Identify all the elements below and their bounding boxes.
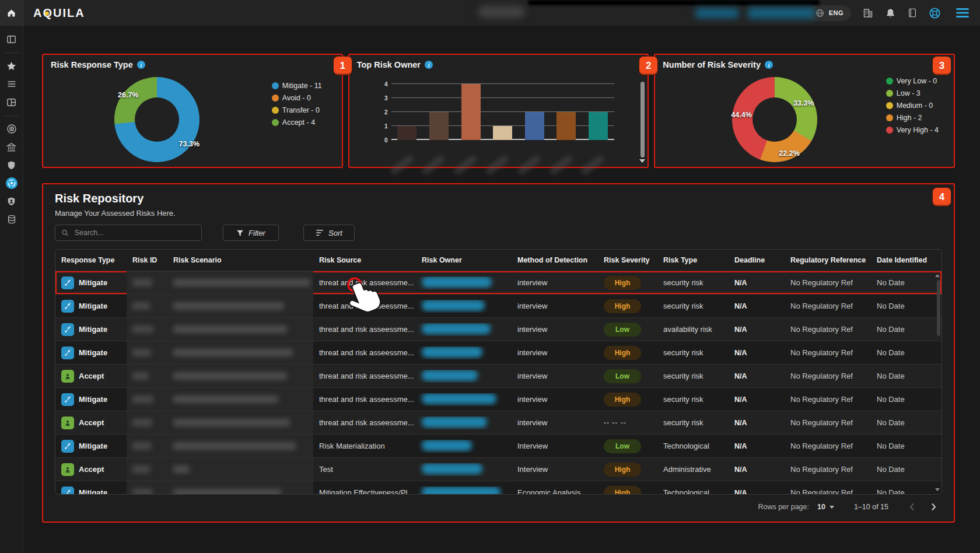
bar — [397, 126, 416, 140]
table-row[interactable]: Mitigatethreat and risk asseessme...inte… — [55, 388, 942, 411]
slice-label: 26.7% — [118, 91, 138, 99]
method-cell: interview — [512, 348, 598, 357]
sidebar-divider — [4, 116, 19, 116]
card-scrollbar-thumb[interactable] — [640, 82, 645, 158]
mitigate-icon — [61, 393, 74, 406]
risk-scenario-cell — [167, 271, 313, 294]
legend-label: Medium - 0 — [897, 102, 933, 110]
bar — [556, 112, 576, 140]
shield-icon — [6, 160, 17, 171]
card-title: Number of Risk Severity — [663, 60, 761, 69]
risk-id-cell — [127, 388, 167, 411]
severity-badge: High — [604, 463, 641, 477]
deadline-cell: N/A — [729, 489, 785, 495]
redacted-risk-scenario — [173, 489, 281, 494]
notifications-button[interactable] — [885, 8, 896, 19]
home-button[interactable] — [0, 0, 23, 26]
risk-severity-cell: High — [598, 463, 657, 477]
legend-item: Transfer - 0 — [272, 106, 322, 114]
support-button[interactable] — [929, 7, 941, 19]
menu-button[interactable] — [956, 8, 970, 18]
table-row[interactable]: AcceptTestInterviewHighAdministrativeN/A… — [55, 458, 942, 481]
risk-scenario-cell — [167, 388, 313, 411]
bell-icon — [885, 8, 896, 19]
table-row[interactable]: Acceptthreat and risk asseessme...interv… — [55, 365, 942, 388]
table-scroll-up-arrow[interactable] — [935, 274, 940, 277]
bar — [429, 112, 449, 140]
risk-severity-cell: High — [598, 393, 657, 407]
legend-item: Very Low - 0 — [886, 77, 939, 85]
next-page-button[interactable] — [931, 503, 936, 511]
deadline-cell: N/A — [729, 442, 785, 450]
table-row[interactable]: MitigateRisk MaterializationInterviewLow… — [55, 435, 942, 458]
legend-label: Low - 3 — [897, 89, 921, 97]
column-header: Risk ID — [127, 256, 167, 264]
risk-id-cell — [127, 481, 167, 494]
response-type-label: Accept — [79, 418, 104, 427]
severity-badge: High — [604, 486, 641, 495]
legend-item: Very High - 4 — [886, 126, 939, 134]
redacted-risk-id — [132, 302, 150, 310]
table-row[interactable]: Mitigatethreat and risk asseessme...inte… — [55, 271, 942, 295]
sidebar-item-objectives[interactable] — [4, 121, 20, 137]
annotation-badge-4: 4 — [933, 188, 951, 206]
organization-button[interactable] — [862, 7, 874, 19]
sidebar-item-panel-toggle[interactable] — [4, 31, 20, 47]
response-type-cell: Mitigate — [55, 276, 127, 289]
table-row[interactable]: Mitigatethreat and risk asseessme...inte… — [55, 318, 942, 341]
sidebar-item-dashboard[interactable] — [4, 94, 20, 110]
search-input[interactable] — [74, 228, 195, 237]
method-cell: interview — [512, 325, 598, 334]
severity-badge: Low — [604, 369, 641, 383]
risk-id-cell — [127, 318, 167, 341]
table-row[interactable]: Acceptthreat and risk asseessme...interv… — [55, 411, 942, 435]
risk-owner-cell — [416, 300, 512, 313]
docs-button[interactable] — [907, 8, 918, 18]
sidebar-item-risk-active[interactable] — [4, 175, 20, 191]
sort-label: Sort — [328, 229, 342, 237]
response-type-cell: Mitigate — [55, 323, 127, 336]
sidebar-item-data[interactable] — [4, 211, 20, 228]
table-row[interactable]: Mitigatethreat and risk asseessme...inte… — [55, 295, 942, 318]
table-scroll-down-arrow[interactable] — [935, 488, 940, 491]
previous-page-button[interactable] — [909, 503, 915, 511]
bank-icon — [6, 142, 17, 153]
legend-item: Avoid - 0 — [272, 94, 322, 102]
legend-item: High - 2 — [886, 114, 939, 122]
sidebar-item-security[interactable] — [4, 157, 20, 173]
sidebar-item-list[interactable] — [4, 76, 20, 92]
redacted-x-label — [517, 155, 541, 175]
scroll-down-arrow[interactable] — [639, 159, 645, 163]
date-cell: No Date — [871, 488, 942, 494]
info-icon[interactable]: i — [765, 61, 773, 69]
table-scrollbar-thumb[interactable] — [937, 280, 940, 336]
risk-type-cell: security risk — [657, 302, 729, 310]
rows-per-page-select[interactable]: 10 — [817, 503, 834, 511]
redacted-x-label — [581, 155, 604, 175]
date-cell: No Date — [871, 395, 942, 404]
deadline-cell: N/A — [729, 326, 785, 334]
sidebar-item-governance[interactable] — [4, 139, 20, 155]
home-icon — [6, 8, 16, 18]
table-row[interactable]: MitigateMitigation Effectiveness/Pl...Ec… — [55, 481, 942, 494]
risk-id-cell — [127, 365, 167, 387]
redacted-risk-scenario — [173, 302, 284, 310]
table-row[interactable]: Mitigatethreat and risk asseessme...inte… — [55, 341, 942, 365]
regulatory-cell: No Regulatory Ref — [785, 372, 871, 380]
risk-source-cell: threat and risk asseessme... — [313, 302, 416, 310]
sidebar-item-favorites[interactable] — [4, 58, 20, 74]
info-icon[interactable]: i — [425, 61, 433, 69]
sidebar-item-access[interactable] — [4, 193, 20, 209]
risk-severity-cell: -- -- -- — [598, 416, 657, 430]
sort-button[interactable]: Sort — [303, 225, 355, 241]
risk-scenario-cell — [167, 435, 313, 457]
legend-swatch — [886, 114, 893, 121]
annotation-badge-2: 2 — [639, 57, 657, 75]
filter-button[interactable]: Filter — [223, 225, 279, 241]
column-header: Response Type — [55, 256, 127, 264]
legend-label: Avoid - 0 — [282, 94, 311, 102]
info-icon[interactable]: i — [137, 61, 145, 69]
chevron-right-icon — [931, 503, 936, 511]
risk-owner-cell — [416, 346, 512, 359]
legend-swatch — [272, 107, 279, 114]
